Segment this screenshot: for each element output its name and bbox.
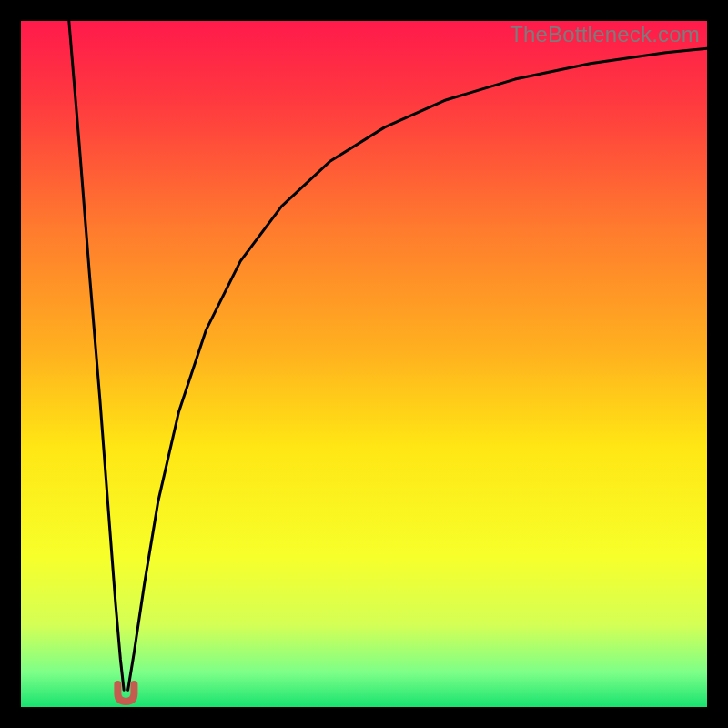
watermark-label: TheBottleneck.com [510, 22, 700, 47]
gradient-background [21, 21, 707, 707]
chart-svg [21, 21, 707, 707]
chart-frame: TheBottleneck.com [21, 21, 707, 707]
